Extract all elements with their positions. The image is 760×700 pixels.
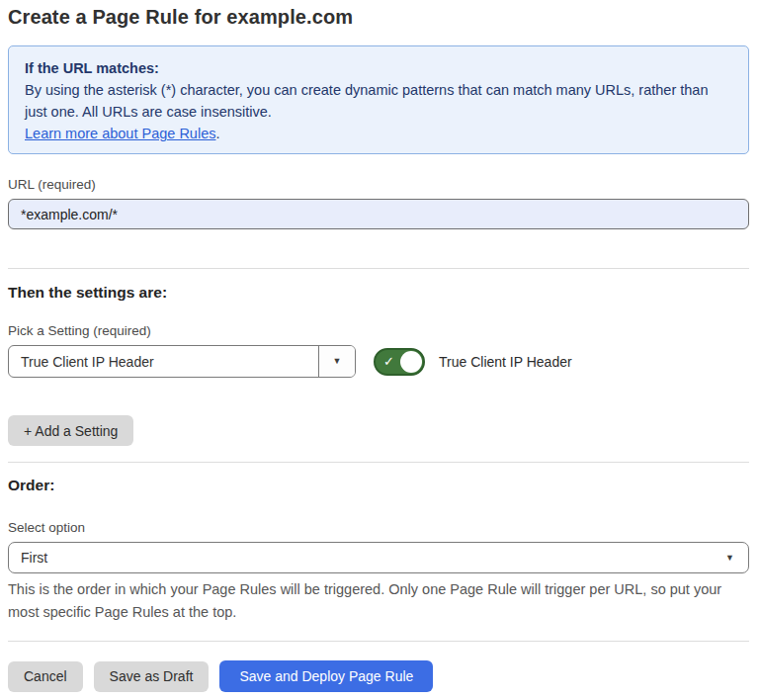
toggle-knob — [400, 351, 422, 373]
chevron-down-icon: ▼ — [725, 554, 734, 563]
learn-more-link-suffix: . — [215, 126, 219, 141]
pick-setting-selected-value: True Client IP Header — [9, 354, 318, 370]
page-title: Create a Page Rule for example.com — [8, 6, 749, 29]
url-input[interactable] — [8, 199, 749, 229]
select-arrow-button[interactable]: ▼ — [318, 346, 355, 377]
setting-row: True Client IP Header ▼ ✓ True Client IP… — [8, 345, 749, 378]
info-box-heading: If the URL matches: — [25, 57, 732, 79]
order-select-label: Select option — [8, 520, 749, 535]
check-icon: ✓ — [383, 355, 394, 368]
section-divider — [8, 462, 749, 463]
chevron-down-icon: ▼ — [333, 357, 342, 366]
url-label: URL (required) — [8, 177, 749, 192]
url-match-info-box: If the URL matches: By using the asteris… — [8, 45, 749, 154]
settings-section-heading: Then the settings are: — [8, 284, 749, 302]
footer-actions: Cancel Save as Draft Save and Deploy Pag… — [8, 660, 749, 692]
cancel-button[interactable]: Cancel — [8, 661, 83, 692]
pick-setting-select[interactable]: True Client IP Header ▼ — [8, 345, 356, 378]
true-client-ip-toggle[interactable]: ✓ — [374, 348, 425, 376]
learn-more-link[interactable]: Learn more about Page Rules — [25, 126, 215, 141]
toggle-label: True Client IP Header — [439, 354, 572, 370]
order-section-heading: Order: — [8, 477, 749, 494]
order-help-text: This is the order in which your Page Rul… — [8, 578, 739, 624]
create-page-rule-form: Create a Page Rule for example.com If th… — [0, 0, 760, 692]
order-selected-value: First — [9, 550, 725, 566]
info-box-link-line: Learn more about Page Rules. — [25, 123, 732, 144]
section-divider — [8, 268, 749, 269]
save-and-deploy-button[interactable]: Save and Deploy Page Rule — [219, 660, 433, 692]
order-select[interactable]: First ▼ — [8, 542, 749, 573]
section-divider — [8, 641, 749, 642]
add-setting-button[interactable]: + Add a Setting — [8, 415, 133, 446]
info-box-body: By using the asterisk (*) character, you… — [25, 79, 732, 123]
pick-setting-label: Pick a Setting (required) — [8, 323, 749, 338]
save-as-draft-button[interactable]: Save as Draft — [94, 661, 210, 692]
